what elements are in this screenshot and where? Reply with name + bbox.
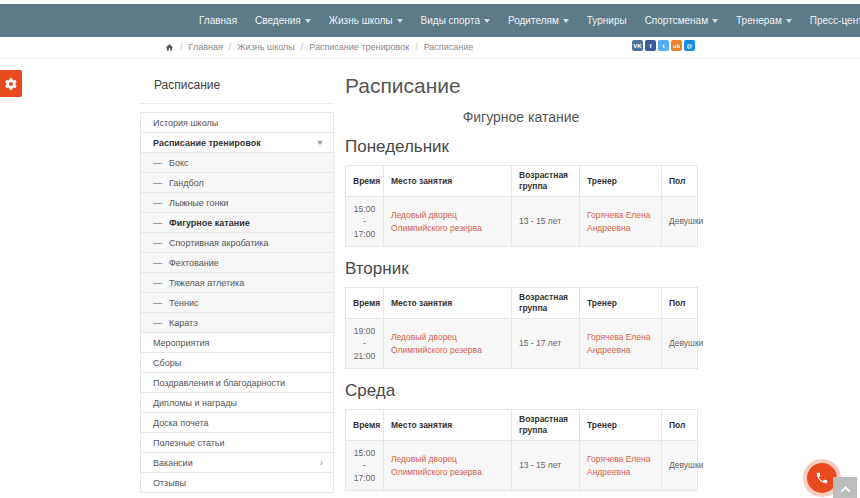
column-header: Тренер xyxy=(580,166,662,197)
chevron-down-icon xyxy=(484,19,490,23)
day-section: Среда ВремяМесто занятияВозрастная групп… xyxy=(345,381,697,491)
sidebar-item[interactable]: — Теннис xyxy=(141,293,333,313)
breadcrumb-separator: / xyxy=(180,42,183,52)
breadcrumb-item[interactable]: Расписание тренировок xyxy=(309,42,409,52)
sidebar-item-label: Вакансии xyxy=(153,458,193,468)
home-icon[interactable] xyxy=(165,43,174,52)
sidebar-item[interactable]: Поздравления и благодарности xyxy=(141,373,333,393)
place-link-cell: Ледовый дворец Олимпийского резерва xyxy=(384,197,512,247)
chevron-down-icon xyxy=(397,19,403,23)
accessibility-button[interactable] xyxy=(0,70,22,97)
column-header: Место занятия xyxy=(384,410,512,441)
facebook-icon[interactable]: f xyxy=(645,40,656,51)
nav-item[interactable]: Главная xyxy=(190,4,246,37)
breadcrumb-separator: / xyxy=(415,42,418,52)
chevron-down-icon xyxy=(317,141,323,145)
sidebar-title: Расписание xyxy=(140,74,334,104)
coach-link-cell: Горячева Елена Андреевна xyxy=(580,441,662,491)
sidebar-item-label: Каратэ xyxy=(169,318,198,328)
odnoklassniki-icon[interactable]: ok xyxy=(671,40,682,51)
sidebar-item[interactable]: Расписание тренировок xyxy=(141,133,333,153)
nav-item[interactable]: Пресс-центр xyxy=(801,4,860,37)
sidebar-item[interactable]: История школы xyxy=(141,113,333,133)
day-heading: Вторник xyxy=(345,259,697,279)
place-link[interactable]: Ледовый дворец Олимпийского резерва xyxy=(391,210,482,232)
mailru-icon[interactable]: @ xyxy=(684,40,695,51)
column-header: Пол xyxy=(662,410,698,441)
nav-item[interactable]: Жизнь школы xyxy=(320,4,412,37)
nav-item-label: Родителям xyxy=(508,15,559,26)
dash-icon: — xyxy=(153,318,162,328)
sidebar-item-label: История школы xyxy=(153,118,218,128)
nav-item-label: Жизнь школы xyxy=(329,15,393,26)
dash-icon: — xyxy=(153,298,162,308)
nav-item-label: Виды спорта xyxy=(421,15,480,26)
page-title: Расписание xyxy=(345,74,697,98)
dash-icon: — xyxy=(153,198,162,208)
sidebar-item-label: Полезные статьи xyxy=(153,438,225,448)
sidebar-item[interactable]: — Тяжелая атлетика xyxy=(141,273,333,293)
place-link[interactable]: Ледовый дворец Олимпийского резерва xyxy=(391,454,482,476)
nav-item-label: Спортсменам xyxy=(645,15,708,26)
breadcrumb-item[interactable]: Главная xyxy=(189,42,223,52)
sidebar-item[interactable]: Сборы xyxy=(141,353,333,373)
nav-item[interactable]: Спортсменам xyxy=(636,4,727,37)
column-header: Место занятия xyxy=(384,288,512,319)
chevron-down-icon xyxy=(305,19,311,23)
sidebar-item[interactable]: Полезные статьи xyxy=(141,433,333,453)
sidebar-item[interactable]: — Бокс xyxy=(141,153,333,173)
coach-link[interactable]: Горячева Елена Андреевна xyxy=(587,332,650,354)
sidebar-item[interactable]: — Фигурное катание xyxy=(141,213,333,233)
header-row: ВремяМесто занятияВозрастная группаТрене… xyxy=(346,410,698,441)
sidebar-menu: История школы Расписание тренировок — Бо… xyxy=(140,112,334,493)
nav-item[interactable]: Сведения xyxy=(246,4,320,37)
sidebar-item[interactable]: Мероприятия xyxy=(141,333,333,353)
dash-icon: — xyxy=(153,178,162,188)
sidebar-item[interactable]: — Гандбол xyxy=(141,173,333,193)
nav-item[interactable]: Родителям xyxy=(499,4,578,37)
coach-link[interactable]: Горячева Елена Андреевна xyxy=(587,210,650,232)
column-header: Место занятия xyxy=(384,166,512,197)
twitter-icon[interactable]: t xyxy=(658,40,669,51)
nav-item-label: Пресс-центр xyxy=(810,15,860,26)
schedule-table: ВремяМесто занятияВозрастная группаТрене… xyxy=(345,409,698,491)
column-header: Тренер xyxy=(580,410,662,441)
social-icons: VKftok@ xyxy=(632,40,695,51)
sidebar-item[interactable]: Отзывы xyxy=(141,473,333,493)
top-navbar: Главная Сведения Жизнь школы Виды спорта… xyxy=(0,4,860,37)
social-icon-label: @ xyxy=(687,43,693,49)
sidebar-item[interactable]: — Каратэ xyxy=(141,313,333,333)
column-header: Пол xyxy=(662,166,698,197)
vk-icon[interactable]: VK xyxy=(632,40,643,51)
table-row: 15:00 - 17:00Ледовый дворец Олимпийского… xyxy=(346,441,698,491)
coach-link-cell: Горячева Елена Андреевна xyxy=(580,197,662,247)
sidebar-item-label: Лыжные гонки xyxy=(169,198,228,208)
schedule-table: ВремяМесто занятияВозрастная группаТрене… xyxy=(345,165,698,247)
sidebar-item[interactable]: — Фехтование xyxy=(141,253,333,273)
scroll-top-button[interactable] xyxy=(833,477,857,498)
main-content: Расписание Фигурное катание Понедельник … xyxy=(345,74,697,498)
schedule-days: Понедельник ВремяМесто занятияВозрастная… xyxy=(345,137,697,498)
sidebar-item-label: Фигурное катание xyxy=(169,218,250,228)
coach-link[interactable]: Горячева Елена Андреевна xyxy=(587,454,650,476)
sidebar-item[interactable]: Доска почета xyxy=(141,413,333,433)
breadcrumb-item[interactable]: Жизнь школы xyxy=(237,42,294,52)
sidebar-item[interactable]: — Спортивная акробатика xyxy=(141,233,333,253)
dash-icon: — xyxy=(153,158,162,168)
nav-item-label: Главная xyxy=(199,15,237,26)
sidebar-item[interactable]: — Лыжные гонки xyxy=(141,193,333,213)
column-header: Время xyxy=(346,288,384,319)
nav-item[interactable]: Тренерам xyxy=(727,4,801,37)
age-cell: 15 - 17 лет xyxy=(512,319,580,369)
nav-item[interactable]: Виды спорта xyxy=(412,4,499,37)
sidebar-item-label: Поздравления и благодарности xyxy=(153,378,285,388)
sidebar-item[interactable]: Вакансии › xyxy=(141,453,333,473)
sidebar-item[interactable]: Дипломы и награды xyxy=(141,393,333,413)
chevron-right-icon: › xyxy=(320,458,323,468)
breadcrumb-item: Расписание xyxy=(424,42,474,52)
breadcrumb: /Главная/Жизнь школы/Расписание трениров… xyxy=(165,42,473,52)
sidebar-item-label: Доска почета xyxy=(153,418,208,428)
age-cell: 13 - 15 лет xyxy=(512,197,580,247)
place-link[interactable]: Ледовый дворец Олимпийского резерва xyxy=(391,332,482,354)
nav-item[interactable]: Турниры xyxy=(578,4,636,37)
